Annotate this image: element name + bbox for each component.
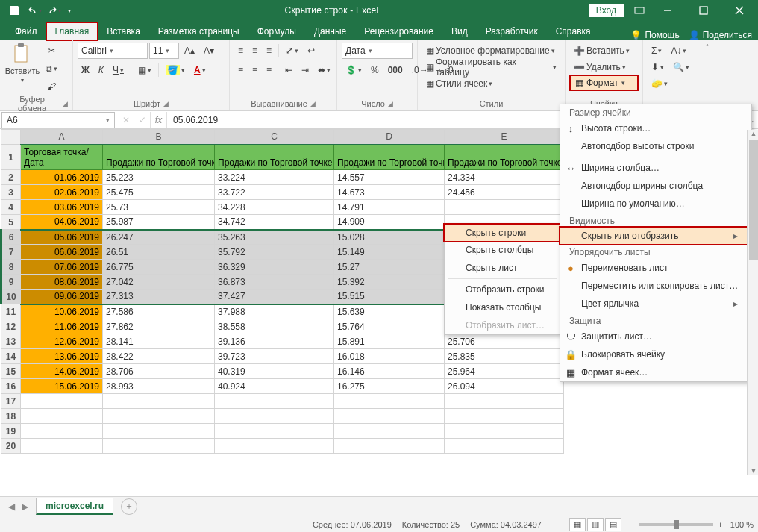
menu-autofit-col[interactable]: Автоподбор ширины столбца — [560, 177, 751, 195]
cell-styles-button[interactable]: ▦ Стили ячеек▾ — [422, 75, 560, 92]
data-cell[interactable] — [21, 394, 103, 409]
data-cell[interactable]: Продажи по Торговой точке 4, тыс. руб. — [445, 145, 564, 170]
number-format-combo[interactable]: Дата▾ — [342, 43, 413, 59]
data-cell[interactable]: 15.891 — [334, 334, 445, 349]
fx-button[interactable]: fx — [151, 112, 167, 128]
menu-show-columns[interactable]: Показать столбцы — [445, 298, 560, 316]
data-cell[interactable]: 15.639 — [334, 304, 445, 319]
cut-button[interactable]: ✂ — [42, 43, 61, 59]
data-cell[interactable]: 24.456 — [445, 185, 564, 200]
data-cell[interactable]: 38.558 — [215, 319, 334, 334]
tab-data[interactable]: Данные — [305, 22, 355, 40]
data-cell[interactable]: 13.06.2019 — [21, 349, 103, 364]
data-cell[interactable]: 34.742 — [215, 215, 334, 230]
column-header[interactable]: E — [445, 130, 564, 145]
comma-button[interactable]: 000 — [384, 62, 407, 78]
data-cell[interactable]: 14.909 — [334, 215, 445, 230]
data-cell[interactable] — [334, 424, 445, 439]
delete-cells-button[interactable]: ➖ Удалить ▾ — [570, 59, 638, 75]
row-header[interactable]: 7 — [1, 245, 21, 260]
data-cell[interactable]: 25.706 — [445, 334, 564, 349]
new-sheet-button[interactable]: ＋ — [121, 498, 137, 515]
data-cell[interactable] — [445, 424, 564, 439]
data-cell[interactable]: 35.792 — [215, 245, 334, 260]
zoom-out-button[interactable]: − — [630, 520, 634, 529]
data-cell[interactable]: 25.964 — [445, 364, 564, 379]
merge-center-button[interactable]: ⬌▾ — [314, 62, 334, 78]
data-cell[interactable]: 35.263 — [215, 230, 334, 245]
fill-button[interactable]: ⬇▾ — [648, 59, 668, 75]
decrease-indent-button[interactable]: ⇤ — [281, 62, 296, 78]
align-launcher-icon[interactable]: ◢ — [310, 100, 316, 107]
column-header[interactable]: D — [334, 130, 445, 145]
wrap-text-button[interactable]: ↩ — [304, 43, 319, 59]
orientation-button[interactable]: ⤢▾ — [282, 43, 302, 59]
data-cell[interactable] — [21, 439, 103, 454]
data-cell[interactable]: 09.06.2019 — [21, 290, 103, 304]
data-cell[interactable] — [21, 424, 103, 439]
data-cell[interactable]: 03.06.2019 — [21, 200, 103, 215]
enter-formula-button[interactable]: ✓ — [134, 112, 151, 128]
format-cells-button[interactable]: ▦ Формат ▾ — [570, 75, 638, 90]
data-cell[interactable]: 28.141 — [103, 334, 215, 349]
data-cell[interactable] — [215, 409, 334, 424]
cancel-formula-button[interactable]: ✕ — [118, 112, 134, 128]
data-cell[interactable]: 33.224 — [215, 170, 334, 185]
data-cell[interactable]: 36.873 — [215, 275, 334, 290]
row-header[interactable]: 13 — [1, 334, 21, 349]
menu-tab-color[interactable]: Цвет ярлычка▸ — [560, 295, 751, 313]
tab-developer[interactable]: Разработчик — [477, 22, 547, 40]
data-cell[interactable]: 24.334 — [445, 170, 564, 185]
row-header[interactable]: 3 — [1, 185, 21, 200]
row-header[interactable]: 12 — [1, 319, 21, 334]
row-header[interactable]: 8 — [1, 260, 21, 275]
data-cell[interactable]: 15.764 — [334, 319, 445, 334]
data-cell[interactable] — [21, 409, 103, 424]
paste-button[interactable]: Вставить▾ — [4, 43, 40, 84]
data-cell[interactable]: 27.042 — [103, 275, 215, 290]
signin-button[interactable]: Вход — [589, 4, 624, 17]
row-header[interactable]: 18 — [1, 409, 21, 424]
data-cell[interactable]: 08.06.2019 — [21, 275, 103, 290]
data-cell[interactable]: 36.329 — [215, 260, 334, 275]
data-cell[interactable]: 28.993 — [103, 379, 215, 394]
align-left-button[interactable]: ≡ — [234, 62, 247, 78]
data-cell[interactable]: 15.149 — [334, 245, 445, 260]
bold-button[interactable]: Ж — [78, 62, 93, 78]
data-cell[interactable]: Продажи по Торговой точке 1, тыс. руб. — [103, 145, 215, 170]
menu-show-rows[interactable]: Отобразить строки — [445, 281, 560, 298]
page-break-view-button[interactable]: ▤ — [605, 518, 621, 531]
data-cell[interactable]: 07.06.2019 — [21, 260, 103, 275]
row-header[interactable]: 17 — [1, 394, 21, 409]
data-cell[interactable]: 14.557 — [334, 170, 445, 185]
data-cell[interactable]: 28.422 — [103, 349, 215, 364]
menu-autofit-row[interactable]: Автоподбор высоты строки — [560, 137, 751, 155]
vertical-scrollbar[interactable]: ▲▼ — [747, 130, 758, 475]
menu-col-width[interactable]: ↔Ширина столбца… — [560, 159, 751, 177]
font-name-combo[interactable]: Calibri▾ — [78, 43, 148, 59]
menu-hide-show[interactable]: Скрыть или отобразить▸ — [560, 227, 752, 245]
align-bottom-button[interactable]: ≡ — [263, 43, 275, 59]
increase-indent-button[interactable]: ⇥ — [298, 62, 313, 78]
menu-hide-rows[interactable]: Скрыть строки — [444, 224, 560, 242]
percent-button[interactable]: % — [367, 62, 383, 78]
data-cell[interactable]: 25.835 — [445, 349, 564, 364]
data-cell[interactable]: 26.094 — [445, 379, 564, 394]
data-cell[interactable] — [445, 200, 564, 215]
data-cell[interactable]: 05.06.2019 — [21, 230, 103, 245]
data-cell[interactable]: 15.515 — [334, 290, 445, 304]
zoom-slider[interactable] — [639, 523, 713, 526]
format-painter-button[interactable]: 🖌 — [42, 78, 61, 95]
italic-button[interactable]: К — [95, 62, 107, 78]
tellme-button[interactable]: 💡 Помощь — [630, 30, 679, 40]
align-middle-button[interactable]: ≡ — [248, 43, 261, 59]
tab-home[interactable]: Главная — [46, 22, 98, 40]
data-cell[interactable]: 12.06.2019 — [21, 334, 103, 349]
data-cell[interactable]: 37.988 — [215, 304, 334, 319]
data-cell[interactable]: 25.475 — [103, 185, 215, 200]
data-cell[interactable]: 39.136 — [215, 334, 334, 349]
menu-row-height[interactable]: ↕Высота строки… — [560, 119, 751, 137]
data-cell[interactable]: 16.018 — [334, 349, 445, 364]
format-as-table-button[interactable]: ▦ Форматировать как таблицу▾ — [422, 59, 560, 75]
data-cell[interactable]: 40.924 — [215, 379, 334, 394]
